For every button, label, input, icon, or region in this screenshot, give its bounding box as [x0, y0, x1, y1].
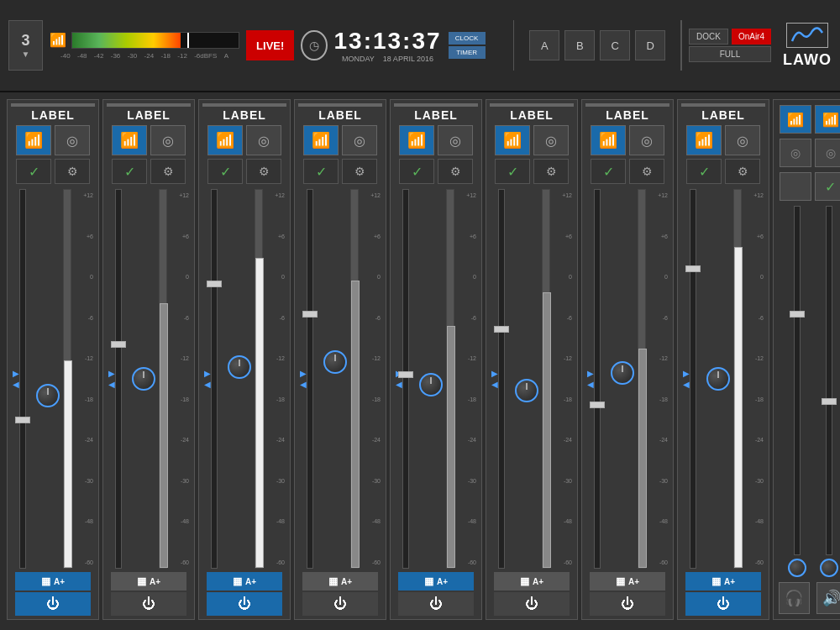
- gear-btn-6[interactable]: ⚙: [533, 159, 569, 184]
- channel-number-box[interactable]: 3 ▼: [8, 20, 43, 71]
- abcd-btn-a[interactable]: A: [529, 30, 559, 60]
- timer-button[interactable]: TIMER: [449, 46, 486, 59]
- gear-btn-3[interactable]: ⚙: [246, 159, 281, 184]
- fader-handle-6[interactable]: [494, 326, 509, 333]
- knob-3[interactable]: [228, 355, 251, 379]
- speaker-button[interactable]: 🔊: [816, 582, 841, 614]
- fader-up-3[interactable]: ▶: [204, 369, 211, 378]
- power-button-5[interactable]: ⏻: [398, 592, 474, 616]
- wifi-btn-5[interactable]: 📶: [399, 125, 434, 155]
- fader-handle-4[interactable]: [302, 311, 318, 318]
- check-btn-2[interactable]: ✓: [112, 159, 147, 184]
- target-btn-2[interactable]: ◎: [150, 125, 186, 155]
- dock-button[interactable]: DOCK: [689, 29, 728, 45]
- fader-up-4[interactable]: ▶: [300, 369, 307, 378]
- fader-down-7[interactable]: ◀: [587, 380, 594, 389]
- onair-button[interactable]: OnAir4: [732, 29, 771, 45]
- gear-btn-8[interactable]: ⚙: [725, 159, 760, 184]
- power-button-3[interactable]: ⏻: [207, 592, 282, 616]
- rp-wifi-btn-1[interactable]: 📶: [780, 105, 811, 134]
- rp-fader-handle-1[interactable]: [790, 311, 805, 318]
- fader-down-8[interactable]: ◀: [683, 380, 690, 389]
- check-btn-7[interactable]: ✓: [591, 159, 626, 184]
- knob-6[interactable]: [515, 379, 538, 402]
- gear-btn-7[interactable]: ⚙: [629, 159, 664, 184]
- wifi-btn-8[interactable]: 📶: [686, 125, 722, 155]
- fader-down-1[interactable]: ◀: [13, 380, 19, 389]
- target-btn-3[interactable]: ◎: [246, 125, 281, 155]
- check-btn-4[interactable]: ✓: [303, 159, 339, 184]
- ap-button-4[interactable]: ▦ A+: [302, 572, 378, 591]
- wifi-btn-1[interactable]: 📶: [16, 125, 51, 155]
- wifi-btn-4[interactable]: 📶: [303, 125, 339, 155]
- power-button-7[interactable]: ⏻: [590, 592, 665, 616]
- check-btn-5[interactable]: ✓: [399, 159, 434, 184]
- knob-5[interactable]: [419, 373, 443, 396]
- target-btn-7[interactable]: ◎: [629, 125, 664, 155]
- abcd-btn-c[interactable]: C: [600, 30, 630, 60]
- ap-button-7[interactable]: ▦ A+: [590, 572, 665, 591]
- ap-button-8[interactable]: ▦ A+: [685, 572, 761, 591]
- gear-btn-2[interactable]: ⚙: [150, 159, 186, 184]
- fader-handle-7[interactable]: [590, 402, 605, 408]
- gear-btn-4[interactable]: ⚙: [342, 159, 377, 184]
- ap-button-2[interactable]: ▦ A+: [111, 572, 186, 591]
- power-button-8[interactable]: ⏻: [685, 592, 761, 616]
- rp-check-btn[interactable]: ✓: [815, 172, 841, 201]
- check-btn-8[interactable]: ✓: [686, 159, 722, 184]
- target-btn-5[interactable]: ◎: [438, 125, 473, 155]
- rp-knob-2[interactable]: [820, 559, 838, 577]
- fader-up-6[interactable]: ▶: [491, 369, 498, 378]
- target-btn-6[interactable]: ◎: [533, 125, 569, 155]
- rp-gray-btn-1[interactable]: [780, 172, 811, 201]
- gear-btn-1[interactable]: ⚙: [55, 159, 90, 184]
- knob-8[interactable]: [706, 367, 730, 391]
- knob-1[interactable]: [36, 384, 60, 407]
- fader-up-1[interactable]: ▶: [13, 369, 19, 378]
- fader-handle-2[interactable]: [111, 341, 126, 348]
- check-btn-1[interactable]: ✓: [16, 159, 51, 184]
- power-button-4[interactable]: ⏻: [302, 592, 378, 616]
- abcd-btn-d[interactable]: D: [635, 30, 665, 60]
- ap-button-1[interactable]: ▦ A+: [15, 572, 91, 591]
- full-button[interactable]: FULL: [689, 46, 771, 62]
- rp-fader-handle-2[interactable]: [822, 398, 837, 405]
- ap-button-5[interactable]: ▦ A+: [398, 572, 474, 591]
- live-button[interactable]: LIVE!: [246, 30, 294, 60]
- wifi-btn-7[interactable]: 📶: [591, 125, 626, 155]
- ap-button-3[interactable]: ▦ A+: [207, 572, 282, 591]
- headphones-button[interactable]: 🎧: [779, 582, 810, 614]
- rp-wifi-btn-2[interactable]: 📶: [815, 105, 841, 134]
- power-button-2[interactable]: ⏻: [111, 592, 186, 616]
- knob-4[interactable]: [323, 350, 347, 374]
- wifi-btn-3[interactable]: 📶: [207, 125, 243, 155]
- knob-7[interactable]: [611, 361, 634, 385]
- wifi-btn-2[interactable]: 📶: [112, 125, 147, 155]
- wifi-btn-6[interactable]: 📶: [495, 125, 530, 155]
- fader-down-6[interactable]: ◀: [491, 380, 498, 389]
- check-btn-6[interactable]: ✓: [495, 159, 530, 184]
- target-btn-1[interactable]: ◎: [55, 125, 90, 155]
- abcd-btn-b[interactable]: B: [564, 30, 595, 60]
- target-btn-8[interactable]: ◎: [725, 125, 760, 155]
- fader-handle-3[interactable]: [207, 281, 222, 287]
- power-button-1[interactable]: ⏻: [15, 592, 91, 616]
- knob-2[interactable]: [132, 367, 155, 391]
- fader-handle-5[interactable]: [398, 371, 413, 378]
- fader-down-2[interactable]: ◀: [108, 380, 115, 389]
- fader-up-7[interactable]: ▶: [587, 369, 594, 378]
- fader-down-5[interactable]: ◀: [396, 380, 402, 389]
- fader-up-8[interactable]: ▶: [683, 369, 690, 378]
- fader-down-3[interactable]: ◀: [204, 380, 211, 389]
- rp-knob-1[interactable]: [788, 559, 806, 577]
- ap-button-6[interactable]: ▦ A+: [494, 572, 570, 591]
- rp-target-btn-1[interactable]: ◎: [780, 139, 811, 167]
- power-button-6[interactable]: ⏻: [494, 592, 570, 616]
- target-btn-4[interactable]: ◎: [342, 125, 377, 155]
- check-btn-3[interactable]: ✓: [207, 159, 243, 184]
- fader-handle-8[interactable]: [685, 265, 701, 272]
- fader-up-2[interactable]: ▶: [108, 369, 115, 378]
- gear-btn-5[interactable]: ⚙: [438, 159, 473, 184]
- clock-button[interactable]: CLOCK: [449, 32, 486, 45]
- fader-down-4[interactable]: ◀: [300, 380, 307, 389]
